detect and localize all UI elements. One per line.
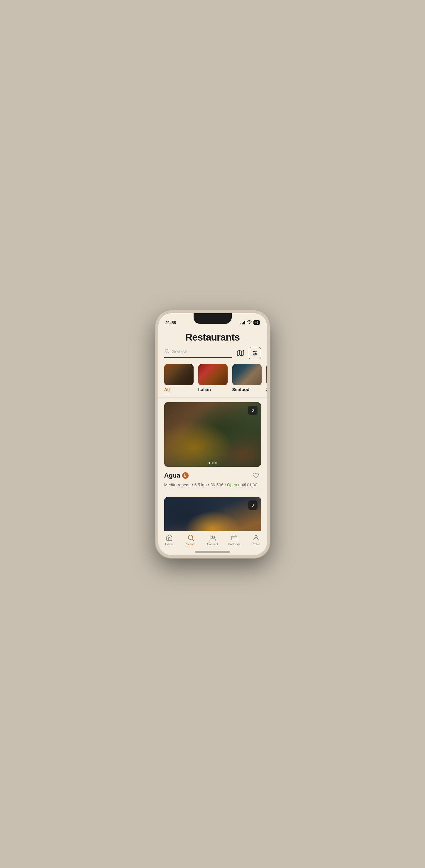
favorite-button-agua[interactable] [250,470,261,481]
restaurants-list: 0 Agua b [158,398,267,531]
map-button[interactable] [235,348,246,359]
status-icons: 45 [241,320,260,325]
search-container: Search [164,347,261,359]
svg-line-1 [168,352,169,353]
card-counter-brisa: 0 [248,500,257,510]
status-time: 21:58 [165,320,176,325]
restaurant-image-brisa: 0 [164,497,261,531]
dot-2 [212,462,214,464]
svg-point-9 [255,352,256,353]
nav-item-bookings[interactable]: Bookings [223,534,245,546]
nav-item-search[interactable]: Search [180,534,202,546]
search-icon [164,348,170,355]
signal-bars-icon [241,321,245,324]
profile-icon [252,534,260,541]
svg-point-8 [253,351,254,352]
bookings-icon [231,534,238,541]
card-name-row-agua: Agua b [164,470,261,481]
signal-bar-1 [241,323,241,324]
card-dots-agua [209,462,217,464]
nav-label-profile: Profile [252,543,260,546]
phone-frame: 21:58 45 Restaurants [155,310,270,558]
restaurant-image-agua: 0 [164,402,261,467]
nav-label-search: Search [186,543,195,546]
nav-label-connect: Connect [207,543,218,546]
svg-rect-15 [232,536,237,540]
category-thumb-seafood [232,364,262,385]
nav-item-profile[interactable]: Profile [245,534,267,546]
page-title: Restaurants [164,332,261,343]
categories-row: All Italian Seafood Span... [164,364,261,395]
svg-marker-2 [237,350,244,356]
signal-bar-3 [243,322,244,324]
svg-point-14 [213,536,215,538]
restaurant-meta-agua: Mediterranean • 6.5 km • 30-50€ • Open u… [164,483,261,487]
battery-icon: 45 [253,320,260,325]
categories-scroll[interactable]: All Italian Seafood Span... [158,364,267,395]
category-item-italian[interactable]: Italian [198,364,227,394]
svg-point-11 [188,535,193,539]
category-item-spanish[interactable]: Span... [266,364,267,394]
signal-bar-2 [242,323,243,324]
wifi-icon [247,320,252,325]
restaurant-name-agua: Agua b [164,472,189,479]
search-placeholder: Search [172,349,188,355]
restaurant-card-brisa[interactable]: 0 Brisa Palau de Mar b [164,497,261,531]
nav-item-home[interactable]: Home [158,534,180,546]
nav-label-home: Home [165,543,173,546]
card-info-agua: Agua b Mediterranean • 6.5 km [164,467,261,490]
restaurant-card-agua[interactable]: 0 Agua b [164,402,261,490]
signal-bar-4 [244,321,245,324]
notch [193,313,232,324]
category-item-all[interactable]: All [164,364,193,394]
home-indicator [195,551,230,553]
nav-item-connect[interactable]: Connect [202,534,223,546]
category-thumb-italian [198,364,227,385]
nav-label-bookings: Bookings [228,543,240,546]
dot-3 [215,462,217,464]
category-label-seafood: Seafood [232,387,250,394]
card-counter-agua: 0 [248,406,257,415]
filter-button[interactable] [249,347,261,359]
svg-point-10 [254,354,254,355]
category-label-spanish: Span... [266,387,267,394]
dot-1 [209,462,210,464]
badge-b-agua: b [182,472,189,479]
category-label-all: All [164,387,170,394]
app-header: Restaurants Search [158,328,267,397]
app-content[interactable]: Restaurants Search [158,328,267,531]
svg-line-12 [192,539,194,541]
connect-icon [209,534,216,541]
category-label-italian: Italian [198,387,211,394]
search-bar[interactable]: Search [164,348,232,358]
svg-point-16 [255,535,257,538]
category-thumb-all [164,364,193,385]
search-nav-icon [187,534,195,541]
category-item-seafood[interactable]: Seafood [232,364,262,394]
home-icon [165,534,173,541]
category-thumb-spanish [266,364,267,385]
